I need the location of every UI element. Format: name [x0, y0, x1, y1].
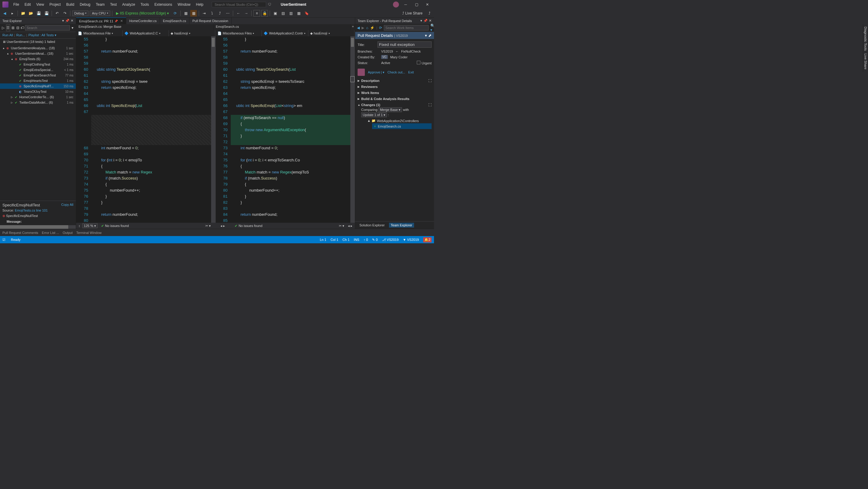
te-home-icon[interactable]: ⌂: [366, 25, 368, 31]
left-scrollbar[interactable]: [211, 36, 215, 223]
update-dropdown[interactable]: Update 1 of 1 ▾: [361, 112, 387, 117]
menu-view[interactable]: View: [34, 1, 46, 8]
tb-misc-5[interactable]: ▦: [296, 10, 302, 17]
playlist-link[interactable]: Playlist : All Tests ▾: [28, 33, 57, 37]
user-avatar[interactable]: [393, 1, 399, 7]
pr-changed-file[interactable]: ＋EmojiSearch.cs: [372, 123, 432, 129]
te-plug-icon[interactable]: ⚡: [370, 25, 374, 31]
document-tab[interactable]: Pull Request Discussion: [189, 18, 231, 24]
te-pin-icon[interactable]: 📌: [424, 19, 428, 23]
te-group-icon[interactable]: ☰: [6, 25, 10, 31]
nav-project-right[interactable]: 📄 Miscellaneous Files: [216, 30, 262, 36]
menu-tools[interactable]: Tools: [138, 1, 151, 8]
diff-right-pane[interactable]: 5556575859606162636465666768697071727374…: [216, 36, 355, 223]
test-node[interactable]: ◐TearsOfJoyTest10 ms: [0, 89, 76, 94]
split-icon[interactable]: ✂ ▾: [205, 224, 211, 228]
redo-button[interactable]: ↷: [62, 10, 68, 17]
step-over-icon[interactable]: ⤵: [209, 10, 215, 17]
diff-left-pane[interactable]: 5556575859606162636465666768697071727374…: [76, 36, 216, 223]
te-search-dropdown[interactable]: ▾: [70, 25, 74, 31]
test-node[interactable]: ✔EmojiHeartsTest1 ms: [0, 78, 76, 83]
te-close-icon[interactable]: ✕: [429, 19, 432, 23]
nav-member-left[interactable]: ◆ hasEmoji: [169, 30, 215, 36]
pr-section[interactable]: ▶Build & Code Analysis Results: [358, 96, 432, 102]
te-search-go[interactable]: 🔍▾: [430, 25, 434, 31]
menu-project[interactable]: Project: [47, 1, 63, 8]
pr-folder[interactable]: ▲ 📁WebApplication2\Controllers: [366, 118, 432, 123]
menu-test[interactable]: Test: [108, 1, 119, 8]
add-tab-button[interactable]: ＋: [351, 24, 355, 30]
te-refresh-icon[interactable]: ⟳: [379, 25, 382, 31]
run-button[interactable]: ▶ IIS Express (Microsoft Edge) ▾: [114, 10, 171, 16]
run-all-link[interactable]: Run All: [2, 33, 13, 37]
pr-section[interactable]: ▶Description⛶: [358, 78, 432, 84]
test-node[interactable]: ▷✔TwitterDataModel... (6)1 ms: [0, 100, 76, 105]
document-tab[interactable]: EmojiSearch.cs: [160, 18, 189, 24]
status-changes[interactable]: ✎ 0: [372, 238, 377, 242]
te-run-icon[interactable]: ▷: [1, 25, 5, 31]
te-fwd-icon[interactable]: ▶: [362, 25, 364, 31]
status-branch[interactable]: ⎇ VS2019: [382, 238, 399, 242]
pr-section[interactable]: ▶Work Items: [358, 90, 432, 96]
checkout-button[interactable]: Check out...: [388, 70, 405, 74]
test-search-input[interactable]: [25, 25, 70, 31]
team-explorer-tab[interactable]: Team Explorer: [389, 223, 414, 228]
nav-class-left[interactable]: 🔷 WebApplication2.C: [123, 30, 169, 36]
save-button[interactable]: 💾: [35, 10, 42, 17]
solution-explorer-tab[interactable]: Solution Explorer: [358, 223, 386, 228]
te-back-icon[interactable]: ◀: [357, 25, 360, 31]
panel-close-icon[interactable]: ✕: [71, 19, 73, 23]
bookmark-icon[interactable]: 🔖: [303, 10, 310, 17]
test-node[interactable]: ▷✔HomeControllerTe... (6)1 sec: [0, 94, 76, 100]
minimize-button[interactable]: ─: [401, 1, 410, 8]
step-out-icon[interactable]: ⤴: [217, 10, 223, 17]
pr-changes-section[interactable]: ▲ Changes (1) ⛶: [358, 102, 432, 108]
menu-build[interactable]: Build: [64, 1, 77, 8]
document-tab[interactable]: EmojiSearch.cs: PR 11📌✕: [76, 18, 126, 24]
pin-icon[interactable]: 📌: [115, 20, 118, 23]
test-node[interactable]: ⊗SpecificEmojiNullT...153 ms: [0, 83, 76, 89]
status-repo[interactable]: ▼ VS2019: [403, 238, 419, 241]
test-node[interactable]: ✔EmojiClothingTest1 ms: [0, 62, 76, 67]
menu-help[interactable]: Help: [194, 1, 206, 8]
platform-dropdown[interactable]: Any CPU: [90, 10, 110, 16]
prev-icon[interactable]: ←: [235, 10, 242, 17]
fullscreen-icon[interactable]: ⛶: [428, 103, 432, 107]
tb-icon-2[interactable]: ▦: [190, 10, 197, 17]
exit-button[interactable]: Exit: [408, 70, 414, 74]
menu-file[interactable]: File: [11, 1, 22, 8]
search-vs-input[interactable]: [212, 2, 266, 7]
menu-team[interactable]: Team: [93, 1, 107, 8]
test-node[interactable]: ▲⊗UserSentimentAnal... (18)1 sec: [0, 51, 76, 56]
nav-class-right[interactable]: 🔷 WebApplication2.Contr: [262, 30, 308, 36]
collapse-icon[interactable]: ↕: [79, 224, 80, 228]
urgent-checkbox[interactable]: [417, 61, 421, 64]
split-icon-r[interactable]: ✂ ▾: [339, 224, 344, 228]
tb-toggle-1[interactable]: ≡: [253, 10, 260, 17]
config-dropdown[interactable]: Debug: [72, 10, 89, 16]
output-tab[interactable]: Output: [63, 231, 72, 234]
nav-member-right[interactable]: ◆ hasEmoji: [308, 30, 355, 36]
test-node[interactable]: ▲⊗EmojiTests (6)244 ms: [0, 56, 76, 62]
zoom-dropdown[interactable]: 125 % ▾: [83, 223, 98, 228]
menu-extensions[interactable]: Extensions: [152, 1, 175, 8]
maximize-button[interactable]: ▢: [412, 1, 421, 8]
output-tab[interactable]: Pull Request Comments: [2, 231, 38, 234]
te-tree-icon[interactable]: ⊟: [16, 25, 20, 31]
te-h-scrollbar[interactable]: [0, 225, 76, 229]
pr-section[interactable]: ▶Reviewers: [358, 84, 432, 90]
copy-all-link[interactable]: Copy All: [61, 203, 73, 206]
run-link[interactable]: Run...: [16, 33, 25, 37]
test-node[interactable]: ▲⊗UserSentimentAnalysis... (18)1 sec: [0, 45, 76, 51]
approve-button[interactable]: Approve | ▾: [368, 70, 384, 74]
document-tab[interactable]: HomeController.cs: [126, 18, 160, 24]
search-feedback-icon[interactable]: 🗨: [268, 2, 272, 7]
output-tab[interactable]: Terminal Window: [76, 231, 101, 234]
tb-misc-2[interactable]: ▣: [272, 10, 278, 17]
search-work-items-input[interactable]: [384, 25, 429, 31]
live-share-button[interactable]: ⤴ Live Share: [400, 10, 425, 16]
nav-back-button[interactable]: ◀: [1, 10, 8, 17]
nav-fwd-button[interactable]: ▸: [9, 10, 16, 17]
feedback-icon[interactable]: ⤴: [426, 10, 433, 17]
output-tab[interactable]: Error List ...: [42, 231, 59, 234]
